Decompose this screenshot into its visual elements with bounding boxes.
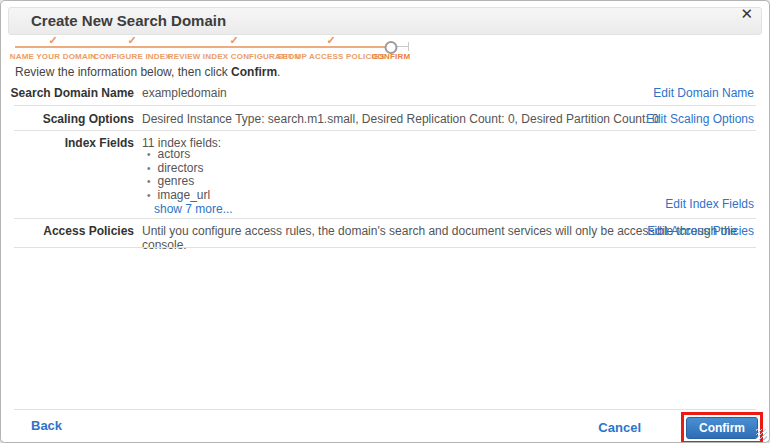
divider (14, 105, 756, 106)
index-field-item: directors (147, 162, 210, 176)
review-instruction-text: Review the information below, then click… (15, 65, 280, 79)
wizard-step-name-your-domain[interactable]: NAME YOUR DOMAIN (10, 52, 97, 61)
edit-access-policies-link[interactable]: Edit Access Policies (647, 224, 754, 238)
show-more-fields-link[interactable]: show 7 more... (154, 202, 233, 216)
step-check-icon: ✓ (326, 35, 335, 46)
edit-domain-name-link[interactable]: Edit Domain Name (653, 86, 754, 100)
wizard-line-end-tick (408, 42, 409, 51)
access-policies-label: Access Policies (1, 224, 134, 238)
step-check-icon: ✓ (48, 35, 57, 46)
search-domain-name-label: Search Domain Name (1, 86, 134, 100)
wizard-step-set-up-access-policies[interactable]: SET UP ACCESS POLICIES (277, 52, 385, 61)
index-fields-label: Index Fields (1, 136, 134, 150)
index-field-item: genres (147, 175, 210, 189)
divider (14, 130, 756, 131)
dialog-title: Create New Search Domain (9, 8, 761, 34)
index-fields-list: actors directors genres image_url (147, 148, 210, 203)
search-domain-name-value: exampledomain (142, 86, 227, 100)
wizard-step-confirm: CONFIRM (372, 52, 411, 61)
cancel-link[interactable]: Cancel (598, 420, 641, 435)
footer-divider (14, 409, 756, 410)
step-check-icon: ✓ (229, 35, 238, 46)
scaling-options-value: Desired Instance Type: search.m1.small, … (142, 112, 659, 126)
index-field-item: actors (147, 148, 210, 162)
back-link[interactable]: Back (31, 418, 62, 433)
step-check-icon: ✓ (127, 35, 136, 46)
close-icon[interactable]: ✕ (740, 6, 753, 22)
confirm-button[interactable]: Confirm (686, 417, 758, 439)
confirm-highlight-annotation: Confirm (681, 412, 763, 443)
wizard-progress: ✓ ✓ ✓ ✓ NAME YOUR DOMAIN CONFIGURE INDEX… (1, 35, 769, 63)
divider (14, 218, 756, 219)
scaling-options-label: Scaling Options (1, 112, 134, 126)
resize-handle[interactable] (756, 429, 767, 440)
edit-index-fields-link[interactable]: Edit Index Fields (665, 197, 754, 211)
wizard-step-configure-index[interactable]: CONFIGURE INDEX (93, 52, 171, 61)
index-field-item: image_url (147, 189, 210, 203)
create-search-domain-dialog: Create New Search Domain ✕ ✓ ✓ ✓ ✓ NAME … (0, 0, 770, 443)
dialog-titlebar: Create New Search Domain (8, 7, 762, 35)
divider (14, 247, 756, 248)
wizard-progress-line (15, 46, 386, 48)
edit-scaling-options-link[interactable]: Edit Scaling Options (646, 112, 754, 126)
